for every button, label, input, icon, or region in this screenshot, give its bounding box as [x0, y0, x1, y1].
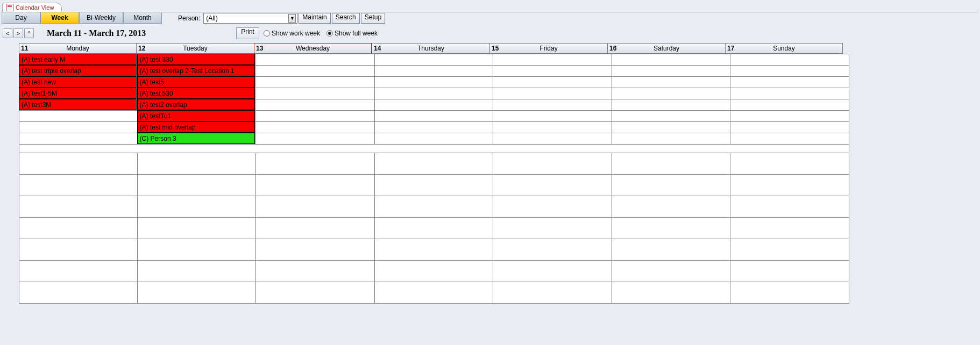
calendar-cell[interactable]: (A) test5 — [137, 77, 256, 88]
person-select[interactable]: (All) ▼ — [203, 13, 297, 24]
calendar-cell[interactable] — [612, 196, 730, 218]
calendar-cell[interactable] — [612, 66, 730, 77]
calendar-cell[interactable] — [612, 111, 730, 122]
calendar-cell[interactable]: (A) test mid overlap — [137, 122, 256, 133]
calendar-event[interactable]: (A) test1-5M — [19, 88, 137, 99]
calendar-event[interactable]: (A) test3M — [19, 99, 137, 110]
calendar-cell[interactable] — [612, 261, 730, 282]
calendar-cell[interactable] — [493, 218, 612, 239]
calendar-cell[interactable] — [137, 196, 256, 218]
calendar-cell[interactable] — [730, 54, 849, 66]
calendar-event[interactable]: (A) testTu1 — [137, 110, 255, 121]
calendar-cell[interactable] — [493, 54, 612, 66]
calendar-cell[interactable] — [19, 133, 138, 145]
calendar-cell[interactable] — [612, 239, 730, 261]
calendar-cell[interactable] — [256, 111, 375, 122]
calendar-cell[interactable] — [256, 99, 375, 111]
calendar-cell[interactable] — [493, 66, 612, 77]
calendar-cell[interactable] — [374, 196, 493, 218]
view-month-button[interactable]: Month — [123, 12, 162, 24]
maintain-button[interactable]: Maintain — [299, 13, 330, 24]
calendar-cell[interactable] — [730, 66, 849, 77]
view-week-button[interactable]: Week — [40, 12, 79, 24]
calendar-cell[interactable] — [493, 77, 612, 88]
calendar-cell[interactable] — [19, 111, 138, 122]
tab-calendar-view[interactable]: Calendar View — [2, 3, 62, 12]
calendar-cell[interactable] — [137, 218, 256, 239]
calendar-cell[interactable] — [256, 88, 375, 99]
calendar-cell[interactable] — [256, 77, 375, 88]
calendar-cell[interactable] — [374, 54, 493, 66]
calendar-cell[interactable] — [256, 122, 375, 133]
calendar-cell[interactable] — [730, 261, 849, 282]
day-header-saturday[interactable]: 16Saturday — [607, 43, 725, 54]
calendar-cell[interactable] — [374, 133, 493, 145]
calendar-cell[interactable] — [730, 133, 849, 145]
calendar-cell[interactable] — [256, 196, 375, 218]
calendar-cell[interactable] — [137, 175, 256, 196]
calendar-event[interactable]: (A) test overlap 2-Test Location 1 — [137, 65, 255, 76]
calendar-cell[interactable] — [730, 122, 849, 133]
calendar-cell[interactable] — [19, 175, 138, 196]
calendar-cell[interactable]: (A) test new — [19, 77, 138, 88]
day-header-sunday[interactable]: 17Sunday — [725, 43, 843, 54]
calendar-cell[interactable] — [493, 261, 612, 282]
calendar-cell[interactable] — [612, 77, 730, 88]
calendar-event[interactable]: (A) test early M — [19, 54, 137, 65]
calendar-cell[interactable] — [493, 239, 612, 261]
calendar-cell[interactable] — [374, 239, 493, 261]
calendar-cell[interactable] — [493, 196, 612, 218]
radio-full-week[interactable]: Show full week — [326, 30, 378, 37]
calendar-cell[interactable] — [374, 99, 493, 111]
calendar-cell[interactable] — [19, 282, 138, 304]
calendar-event[interactable]: (A) test5 — [137, 76, 255, 88]
calendar-cell[interactable] — [256, 133, 375, 145]
calendar-cell[interactable] — [256, 218, 375, 239]
calendar-cell[interactable]: (A) test early M — [19, 54, 138, 66]
radio-work-week[interactable]: Show work week — [264, 30, 320, 37]
calendar-cell[interactable] — [19, 196, 138, 218]
calendar-cell[interactable]: (A) test triple overlap — [19, 66, 138, 77]
calendar-cell[interactable] — [374, 122, 493, 133]
calendar-cell[interactable] — [730, 77, 849, 88]
calendar-cell[interactable] — [730, 153, 849, 175]
prev-button[interactable]: < — [3, 28, 12, 38]
day-header-tuesday[interactable]: 12Tuesday — [136, 43, 254, 54]
next-button[interactable]: > — [13, 28, 23, 38]
calendar-cell[interactable] — [730, 88, 849, 99]
calendar-cell[interactable] — [256, 261, 375, 282]
calendar-cell[interactable]: (A) test2 overlap — [137, 99, 256, 111]
setup-button[interactable]: Setup — [361, 13, 385, 24]
calendar-cell[interactable] — [493, 133, 612, 145]
calendar-cell[interactable] — [256, 54, 375, 66]
calendar-event[interactable]: (A) test 330 — [137, 54, 255, 65]
calendar-cell[interactable] — [730, 282, 849, 304]
calendar-event[interactable]: (A) test 530 — [137, 88, 255, 99]
calendar-cell[interactable]: (A) test 330 — [137, 54, 256, 66]
view-biweekly-button[interactable]: Bi-Weekly — [79, 12, 123, 24]
calendar-event[interactable]: (A) test new — [19, 76, 137, 88]
calendar-cell[interactable] — [612, 99, 730, 111]
calendar-cell[interactable] — [493, 122, 612, 133]
calendar-cell[interactable] — [730, 218, 849, 239]
calendar-cell[interactable] — [256, 66, 375, 77]
calendar-cell[interactable] — [612, 175, 730, 196]
day-header-monday[interactable]: 11Monday — [19, 43, 136, 54]
calendar-cell[interactable] — [612, 153, 730, 175]
search-button[interactable]: Search — [332, 13, 360, 24]
calendar-cell[interactable] — [19, 239, 138, 261]
view-day-button[interactable]: Day — [2, 12, 40, 24]
calendar-cell[interactable] — [493, 111, 612, 122]
calendar-cell[interactable] — [374, 88, 493, 99]
calendar-cell[interactable] — [730, 175, 849, 196]
calendar-cell[interactable] — [256, 282, 375, 304]
calendar-cell[interactable] — [256, 175, 375, 196]
calendar-cell[interactable] — [137, 282, 256, 304]
calendar-cell[interactable] — [256, 153, 375, 175]
day-header-friday[interactable]: 15Friday — [489, 43, 607, 54]
calendar-event[interactable]: (C) Person 3 — [137, 133, 255, 144]
up-button[interactable]: ^ — [24, 28, 34, 38]
calendar-cell[interactable] — [374, 218, 493, 239]
calendar-cell[interactable] — [256, 239, 375, 261]
calendar-cell[interactable] — [19, 122, 138, 133]
